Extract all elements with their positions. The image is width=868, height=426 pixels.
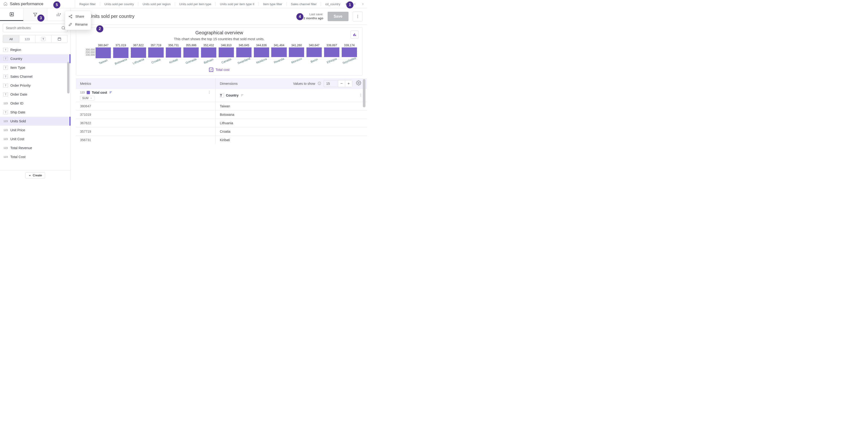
attribute-item[interactable]: TRegion: [0, 45, 70, 54]
aggregation-pill[interactable]: SUM: [80, 96, 94, 100]
type-filter-text[interactable]: T: [35, 35, 52, 43]
bar-category: Ethiopia: [326, 57, 337, 64]
chart-type-chip[interactable]: [351, 31, 359, 38]
metric-chip[interactable]: 123 Total cost: [80, 90, 211, 95]
attribute-item[interactable]: TItem Type: [0, 63, 70, 72]
ctx-rename-label: Rename: [75, 23, 88, 26]
ctx-share[interactable]: Share: [65, 12, 91, 21]
dimension-chip[interactable]: T Country: [220, 93, 363, 98]
chart-bar[interactable]: 352,432Bahrain: [200, 44, 217, 63]
last-save-label: Last save:: [309, 12, 323, 16]
bar-rect: [183, 48, 199, 58]
attribute-item[interactable]: 123Unit Price: [0, 126, 70, 134]
table-row[interactable]: 356731Kiribati: [76, 135, 367, 144]
gear-icon[interactable]: [356, 80, 363, 87]
bar-value: 339,897: [327, 44, 337, 47]
attribute-item[interactable]: TCountry: [0, 54, 70, 63]
dimensions-header: Dimensions: [220, 82, 238, 86]
dashboard-title[interactable]: Sales performance: [10, 2, 43, 6]
attribute-item[interactable]: 123Total Revenue: [0, 144, 70, 152]
stepper-minus[interactable]: −: [338, 80, 345, 87]
attribute-item[interactable]: 123Order ID: [0, 99, 70, 108]
chart-bar[interactable]: 355,886Grenada: [183, 44, 199, 63]
sidebar-tab-attributes[interactable]: [0, 8, 23, 21]
tab[interactable]: Sales channel filter: [287, 2, 321, 6]
metric-cell: 357719: [76, 127, 216, 135]
legend-checkbox[interactable]: [209, 68, 213, 72]
chart-bar[interactable]: 344,636Moldova: [253, 44, 270, 63]
dimension-cell: Kiribati: [216, 136, 367, 144]
page-title[interactable]: Units sold per country: [89, 13, 299, 19]
attribute-item[interactable]: TOrder Priority: [0, 81, 70, 90]
attr-label: Country: [10, 57, 22, 61]
metrics-header: Metrics: [80, 82, 91, 86]
bar-value: 380,647: [98, 44, 108, 47]
dimension-cell: Botswana: [216, 110, 367, 119]
md-scrollbar[interactable]: [363, 78, 365, 180]
tab[interactable]: Units sold per country: [100, 2, 138, 6]
chart-bar[interactable]: 346,910Canada: [218, 44, 235, 63]
dimension-more-icon[interactable]: [359, 93, 363, 98]
tab[interactable]: Units sold per item type: [175, 2, 216, 6]
chart-bar[interactable]: 380,647Taiwan: [95, 44, 112, 63]
chart-bar[interactable]: 339,174Seychelles: [341, 44, 358, 63]
workspace-more-button[interactable]: [353, 11, 363, 21]
type-filter-all[interactable]: All: [3, 35, 19, 43]
bar-category: Taiwan: [98, 59, 108, 65]
bar-rect: [219, 48, 234, 57]
chart-bar[interactable]: 345,645Swaziland: [236, 44, 252, 63]
chart-y-axis: 300,000200,000100,000: [81, 44, 95, 60]
attribute-item[interactable]: TShip Date: [0, 108, 70, 117]
svg-point-14: [209, 92, 210, 92]
chart-bar[interactable]: 357,719Croatia: [148, 44, 164, 63]
bar-category: Croatia: [151, 58, 161, 64]
bar-rect: [166, 48, 181, 58]
type-filter-number[interactable]: 123: [19, 35, 35, 43]
table-row[interactable]: 380647Taiwan: [76, 102, 367, 110]
tab[interactable]: Units sold per region: [138, 2, 175, 6]
attribute-item[interactable]: TSales Channel: [0, 72, 70, 81]
info-icon[interactable]: [317, 82, 321, 86]
search-input[interactable]: [3, 24, 68, 32]
tab[interactable]: Item type filter: [259, 2, 287, 6]
main: All 123 T TRegionTCountryTItem TypeTSale…: [0, 8, 367, 180]
chart-bar[interactable]: 371,019Botswana: [113, 44, 129, 63]
chart-bar[interactable]: 341,464Rwanda: [271, 44, 287, 63]
dimension-type-icon: T: [220, 93, 224, 97]
scroll-tabs-right[interactable]: [359, 2, 367, 6]
legend-label[interactable]: Total cost: [216, 68, 229, 72]
tab[interactable]: cd_country: [321, 2, 342, 6]
chart-bar[interactable]: 339,897Ethiopia: [323, 44, 340, 63]
dimension-name: Country: [226, 93, 239, 97]
chart-bar[interactable]: 341,260Morocco: [288, 44, 305, 63]
metric-cell: 371019: [76, 110, 216, 119]
stepper-plus[interactable]: +: [345, 80, 352, 87]
attribute-list[interactable]: TRegionTCountryTItem TypeTSales ChannelT…: [0, 45, 70, 180]
table-row[interactable]: 357719Croatia: [76, 127, 367, 135]
save-button[interactable]: Save: [328, 12, 348, 21]
chart-bar[interactable]: 356,731Kiribati: [165, 44, 182, 63]
metric-more-icon[interactable]: [207, 90, 211, 95]
metric-color-swatch: [87, 91, 90, 94]
ctx-rename[interactable]: Rename: [65, 21, 91, 28]
create-button[interactable]: Create: [25, 172, 45, 179]
md-rows: 380647Taiwan371019Botswana367622Lithuani…: [76, 102, 367, 144]
attr-label: Order Date: [10, 93, 27, 96]
attribute-item[interactable]: 123Unit Cost: [0, 134, 70, 144]
title-left: Sales performance: [0, 0, 75, 8]
chart-bar[interactable]: 340,647Benin: [306, 44, 322, 63]
chart-card: Geographical overview This chart shows t…: [76, 28, 363, 75]
attribute-item[interactable]: 123Units Sold: [0, 117, 70, 126]
attribute-item[interactable]: 123Total Cost: [0, 152, 70, 161]
table-row[interactable]: 371019Botswana: [76, 110, 367, 119]
home-icon[interactable]: [3, 2, 7, 7]
attribute-scrollbar[interactable]: [67, 62, 69, 175]
type-filter-date[interactable]: [52, 35, 67, 43]
chart-bar[interactable]: 367,622Lithuania: [130, 44, 147, 63]
tab[interactable]: Region filter: [75, 2, 100, 6]
attribute-item[interactable]: TOrder Date: [0, 90, 70, 99]
bar-category: Rwanda: [273, 57, 285, 64]
tab[interactable]: Units sold per item type II: [216, 2, 259, 6]
table-row[interactable]: 367622Lithuania: [76, 119, 367, 127]
values-to-show-value[interactable]: 15: [324, 82, 338, 86]
